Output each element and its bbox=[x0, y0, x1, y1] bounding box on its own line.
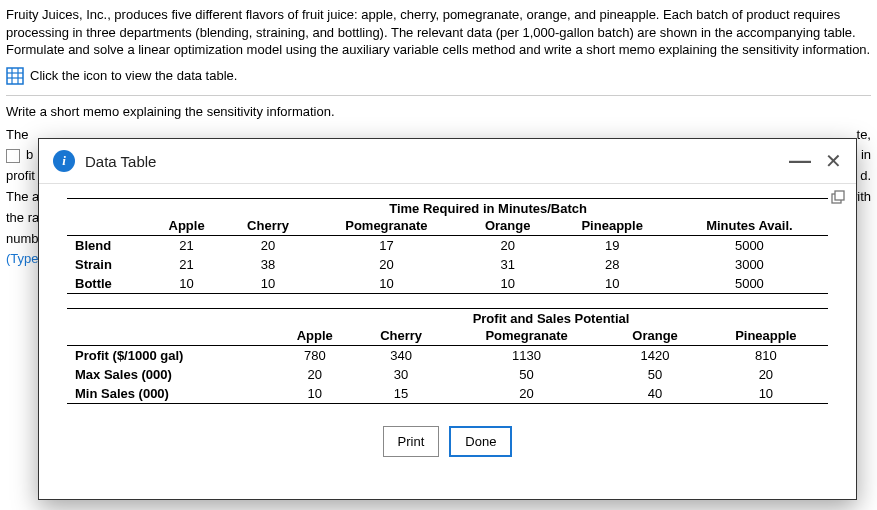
icon-hint-row: Click the icon to view the data table. bbox=[6, 67, 871, 85]
table2-caption: Profit and Sales Potential bbox=[274, 309, 828, 327]
t2-r2c4: 10 bbox=[704, 384, 828, 404]
profit-sales-table: Profit and Sales Potential Apple Cherry … bbox=[67, 308, 828, 404]
bg-the: The bbox=[6, 125, 28, 146]
t1-r2c3: 10 bbox=[462, 274, 554, 294]
t1-r2c5: 5000 bbox=[671, 274, 828, 294]
svg-rect-0 bbox=[7, 68, 23, 84]
t1-r0c4: 19 bbox=[554, 236, 671, 256]
bg-te: te, bbox=[857, 125, 871, 146]
t2-r0c2: 1130 bbox=[447, 346, 607, 366]
data-table-icon[interactable] bbox=[6, 67, 24, 85]
data-table-modal: i Data Table — ✕ Time Required in Minute… bbox=[38, 138, 857, 500]
t2-r1-label: Max Sales (000) bbox=[67, 365, 274, 384]
t2-r1c4: 20 bbox=[704, 365, 828, 384]
checkbox[interactable] bbox=[6, 149, 20, 163]
t1-col-apple: Apple bbox=[148, 216, 225, 236]
t1-r0c2: 17 bbox=[311, 236, 462, 256]
modal-footer: Print Done bbox=[67, 418, 828, 471]
t2-r2-label: Min Sales (000) bbox=[67, 384, 274, 404]
t1-r2c0: 10 bbox=[148, 274, 225, 294]
popout-icon[interactable] bbox=[830, 190, 846, 206]
t1-r1-label: Strain bbox=[67, 255, 148, 274]
svg-rect-6 bbox=[835, 191, 844, 200]
bg-thera: the ra bbox=[6, 208, 39, 229]
t2-r0c1: 340 bbox=[355, 346, 446, 366]
t1-col-pom: Pomegranate bbox=[311, 216, 462, 236]
t2-r1c3: 50 bbox=[606, 365, 703, 384]
table1-caption: Time Required in Minutes/Batch bbox=[148, 199, 828, 217]
bg-b: b bbox=[26, 145, 33, 166]
icon-hint-text: Click the icon to view the data table. bbox=[30, 68, 237, 83]
t2-r1c2: 50 bbox=[447, 365, 607, 384]
print-button[interactable]: Print bbox=[383, 426, 440, 457]
t2-col-cherry: Cherry bbox=[355, 326, 446, 346]
t1-r0c1: 20 bbox=[225, 236, 311, 256]
memo-prompt: Write a short memo explaining the sensit… bbox=[6, 104, 871, 119]
t1-col-cherry: Cherry bbox=[225, 216, 311, 236]
t2-r2c2: 20 bbox=[447, 384, 607, 404]
t1-r0c5: 5000 bbox=[671, 236, 828, 256]
t2-r0c0: 780 bbox=[274, 346, 355, 366]
t2-col-pom: Pomegranate bbox=[447, 326, 607, 346]
time-required-table: Time Required in Minutes/Batch Apple Che… bbox=[67, 198, 828, 294]
close-icon[interactable]: ✕ bbox=[825, 149, 842, 173]
info-icon: i bbox=[53, 150, 75, 172]
t2-col-pine: Pineapple bbox=[704, 326, 828, 346]
t1-r1c2: 20 bbox=[311, 255, 462, 274]
t2-r2c0: 10 bbox=[274, 384, 355, 404]
t2-r0-label: Profit ($/1000 gal) bbox=[67, 346, 274, 366]
bg-type: (Type bbox=[6, 249, 39, 270]
t2-r0c3: 1420 bbox=[606, 346, 703, 366]
t1-r2c1: 10 bbox=[225, 274, 311, 294]
t1-col-avail: Minutes Avail. bbox=[671, 216, 828, 236]
modal-title: Data Table bbox=[85, 153, 156, 170]
t1-r0c0: 21 bbox=[148, 236, 225, 256]
t1-r1c1: 38 bbox=[225, 255, 311, 274]
bg-numb: numb bbox=[6, 229, 39, 250]
t1-r2-label: Bottle bbox=[67, 274, 148, 294]
t2-r1c1: 30 bbox=[355, 365, 446, 384]
t1-r2c4: 10 bbox=[554, 274, 671, 294]
t1-r1c4: 28 bbox=[554, 255, 671, 274]
t1-r1c5: 3000 bbox=[671, 255, 828, 274]
t1-r1c3: 31 bbox=[462, 255, 554, 274]
t1-col-orange: Orange bbox=[462, 216, 554, 236]
bg-thea: The a bbox=[6, 187, 39, 208]
modal-body: Time Required in Minutes/Batch Apple Che… bbox=[39, 184, 856, 499]
t1-r1c0: 21 bbox=[148, 255, 225, 274]
bg-d: d. bbox=[860, 166, 871, 187]
done-button[interactable]: Done bbox=[449, 426, 512, 457]
bg-profit: profit bbox=[6, 166, 35, 187]
t2-r2c1: 15 bbox=[355, 384, 446, 404]
t1-r0c3: 20 bbox=[462, 236, 554, 256]
t1-col-pine: Pineapple bbox=[554, 216, 671, 236]
t2-r1c0: 20 bbox=[274, 365, 355, 384]
t2-r0c4: 810 bbox=[704, 346, 828, 366]
minimize-icon[interactable]: — bbox=[789, 156, 811, 166]
modal-header: i Data Table — ✕ bbox=[39, 139, 856, 184]
t1-r2c2: 10 bbox=[311, 274, 462, 294]
bg-in: in bbox=[861, 145, 871, 166]
t2-col-orange: Orange bbox=[606, 326, 703, 346]
t2-r2c3: 40 bbox=[606, 384, 703, 404]
separator bbox=[6, 95, 871, 96]
t1-r0-label: Blend bbox=[67, 236, 148, 256]
t2-col-apple: Apple bbox=[274, 326, 355, 346]
problem-statement: Fruity Juices, Inc., produces five diffe… bbox=[6, 6, 871, 59]
